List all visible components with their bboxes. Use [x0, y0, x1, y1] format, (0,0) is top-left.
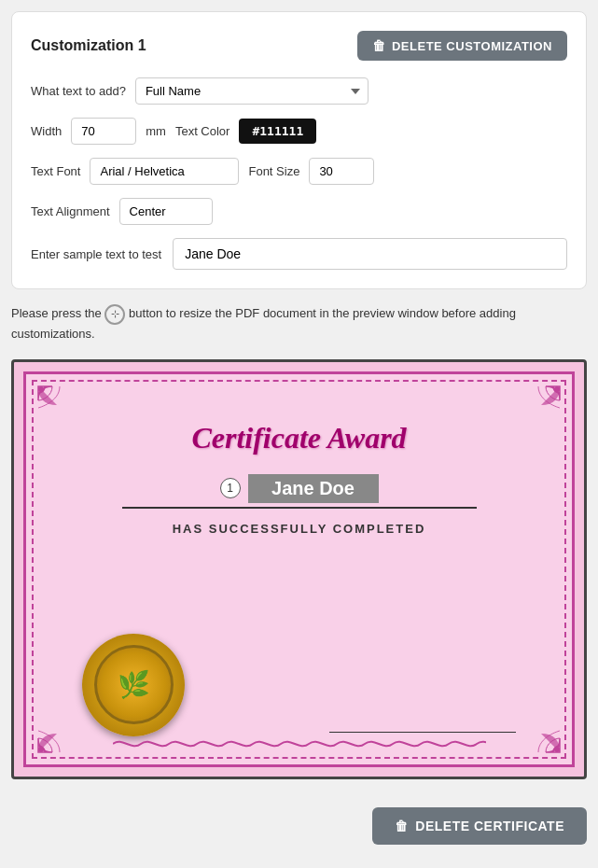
card-header: Customization 1 🗑 DELETE CUSTOMIZATION — [31, 31, 567, 61]
number-badge: 1 — [220, 478, 241, 498]
sample-label: Enter sample text to test — [31, 247, 161, 261]
delete-certificate-button[interactable]: 🗑 DELETE CERTIFICATE — [372, 807, 587, 845]
customization-card: Customization 1 🗑 DELETE CUSTOMIZATION W… — [11, 11, 587, 289]
text-font-label: Text Font — [31, 164, 80, 178]
seal-outer: 🌿 — [82, 634, 185, 736]
unit-label: mm — [146, 124, 166, 138]
signature-line — [329, 732, 516, 733]
sample-text-input[interactable] — [173, 238, 567, 270]
certificate-content: Certificate Award 1 Jane Doe HAS SUCCESS… — [26, 374, 572, 764]
info-text: Please press the ⊹ button to resize the … — [11, 304, 587, 344]
certificate-title: Certificate Award — [191, 421, 406, 455]
card-title: Customization 1 — [31, 37, 146, 54]
sample-row: Enter sample text to test — [31, 238, 567, 270]
font-select[interactable]: Arial / Helvetica Times New Roman Georgi… — [90, 158, 239, 185]
alignment-row: Text Alignment Left Center Right — [31, 198, 567, 225]
font-row: Text Font Arial / Helvetica Times New Ro… — [31, 158, 567, 185]
alignment-label: Text Alignment — [31, 204, 110, 218]
alignment-select[interactable]: Left Center Right — [119, 198, 213, 225]
seal-emblem: 🌿 — [118, 669, 150, 700]
color-box[interactable]: #111111 — [239, 119, 316, 144]
width-input[interactable] — [71, 118, 136, 145]
text-color-label: Text Color — [175, 124, 230, 138]
certificate-seal: 🌿 — [82, 634, 185, 736]
certificate-preview: Certificate Award 1 Jane Doe HAS SUCCESS… — [11, 359, 587, 779]
font-size-label: Font Size — [248, 164, 299, 178]
width-color-row: Width mm Text Color #111111 — [31, 118, 567, 145]
what-text-label: What text to add? — [31, 84, 126, 98]
certificate-name: Jane Doe — [248, 474, 379, 503]
width-label: Width — [31, 124, 62, 138]
font-size-input[interactable] — [309, 158, 374, 185]
resize-icon: ⊹ — [104, 304, 125, 325]
footer-actions: 🗑 DELETE CERTIFICATE — [11, 798, 587, 854]
delete-customization-button[interactable]: 🗑 DELETE CUSTOMIZATION — [357, 31, 567, 61]
completed-text: HAS SUCCESSFULLY COMPLETED — [173, 522, 426, 536]
certificate-name-area: 1 Jane Doe — [220, 474, 379, 503]
trash-icon: 🗑 — [372, 38, 386, 53]
bottom-decoration — [81, 736, 518, 751]
name-underline — [122, 507, 477, 509]
seal-inner: 🌿 — [94, 645, 174, 724]
what-text-select[interactable]: Full Name Date Course Name Certificate I… — [135, 77, 369, 105]
certificate-inner: Certificate Award 1 Jane Doe HAS SUCCESS… — [23, 371, 575, 767]
what-text-row: What text to add? Full Name Date Course … — [31, 77, 567, 105]
delete-cert-trash-icon: 🗑 — [395, 819, 409, 833]
